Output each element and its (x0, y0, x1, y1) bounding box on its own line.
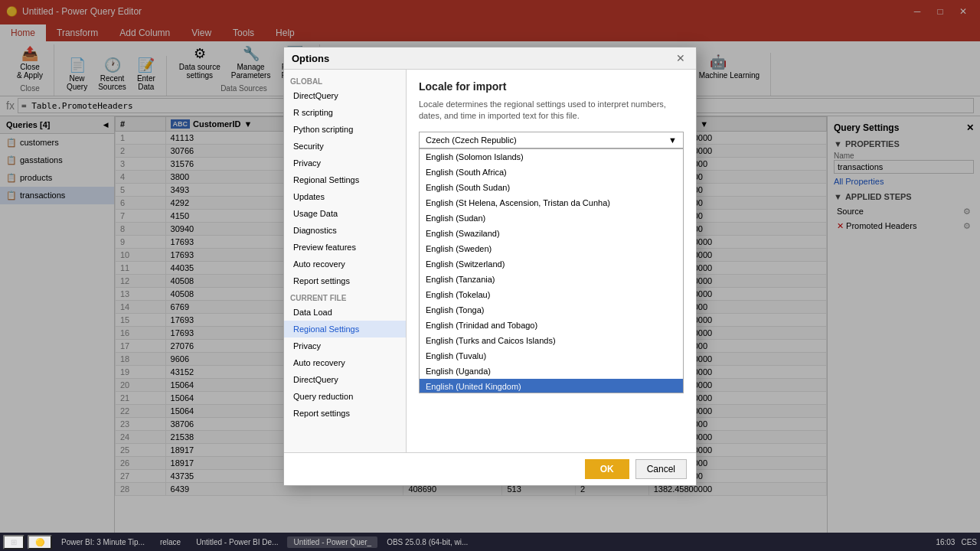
locale-select-display[interactable]: Czech (Czech Republic) ▼ (419, 132, 684, 148)
taskbar: ⊞ 🟡 Power BI: 3 Minute Tip... relace Unt… (0, 533, 980, 551)
taskbar-date-label: CES (961, 538, 977, 546)
modal-item-preview-features[interactable]: Preview features (284, 239, 406, 256)
locale-list-item[interactable]: English (Swaziland) (420, 226, 683, 241)
locale-selected-value: Czech (Czech Republic) (426, 135, 517, 145)
modal-item-auto-recovery-current[interactable]: Auto recovery (284, 354, 406, 371)
locale-list-item[interactable]: English (Turks and Caicos Islands) (420, 333, 683, 348)
modal-item-diagnostics[interactable]: Diagnostics (284, 222, 406, 239)
modal-body: GLOBAL DirectQuery R scripting Python sc… (284, 70, 696, 452)
modal-item-r-scripting[interactable]: R scripting (284, 104, 406, 121)
modal-item-query-reduction[interactable]: Query reduction (284, 388, 406, 405)
locale-description: Locale determines the regional settings … (419, 99, 684, 122)
modal-item-security-global[interactable]: Security (284, 138, 406, 155)
taskbar-item-powerbi-tip[interactable]: Power BI: 3 Minute Tip... (55, 536, 151, 548)
modal-title: Options (292, 53, 329, 64)
current-file-section-label: CURRENT FILE (284, 289, 406, 304)
modal-item-privacy-global[interactable]: Privacy (284, 155, 406, 171)
locale-list-item[interactable]: English (Tokelau) (420, 287, 683, 302)
locale-list-item[interactable]: English (Tuvalu) (420, 348, 683, 364)
start-button[interactable]: ⊞ (3, 535, 24, 549)
locale-dropdown-arrow: ▼ (668, 135, 677, 145)
modal-item-regional-current[interactable]: Regional Settings (284, 321, 406, 337)
global-section-label: GLOBAL (284, 73, 406, 87)
modal-footer: OK Cancel (284, 452, 696, 485)
locale-list-item[interactable]: English (Uganda) (420, 364, 683, 379)
taskbar-icon-power-bi[interactable]: 🟡 (28, 535, 52, 549)
taskbar-item-relace[interactable]: relace (154, 536, 187, 548)
locale-list-item[interactable]: English (Tanzania) (420, 272, 683, 287)
taskbar-item-power-query[interactable]: Untitled - Power Quer_ (287, 536, 377, 548)
modal-item-python-scripting[interactable]: Python scripting (284, 121, 406, 138)
modal-title-bar: Options ✕ (284, 47, 696, 70)
ok-button[interactable]: OK (585, 459, 629, 479)
locale-list-item[interactable]: English (Trinidad and Tobago) (420, 318, 683, 333)
modal-right-content: Locale for import Locale determines the … (407, 70, 696, 452)
modal-item-regional-global[interactable]: Regional Settings (284, 171, 406, 188)
locale-list-item[interactable]: English (Sweden) (420, 241, 683, 256)
cancel-button[interactable]: Cancel (635, 459, 687, 479)
taskbar-time: 16:03 (936, 538, 955, 546)
locale-list-item[interactable]: English (Solomon Islands) (420, 149, 683, 165)
locale-section-title: Locale for import (419, 80, 684, 93)
modal-overlay[interactable]: Options ✕ GLOBAL DirectQuery R scripting… (0, 0, 980, 533)
taskbar-item-powerbi-desktop[interactable]: Untitled - Power BI De... (190, 536, 284, 548)
modal-left-nav: GLOBAL DirectQuery R scripting Python sc… (284, 70, 407, 452)
locale-list-item[interactable]: English (St Helena, Ascension, Tristan d… (420, 195, 683, 210)
locale-list-item[interactable]: English (Sudan) (420, 210, 683, 226)
locale-list-item[interactable]: English (Tonga) (420, 302, 683, 318)
taskbar-item-obs[interactable]: OBS 25.0.8 (64-bit, wi... (381, 536, 474, 548)
locale-select-container: Czech (Czech Republic) ▼ English (Solomo… (419, 132, 684, 393)
modal-item-data-load[interactable]: Data Load (284, 304, 406, 321)
modal-close-button[interactable]: ✕ (673, 52, 688, 64)
modal-item-directquery-global[interactable]: DirectQuery (284, 87, 406, 104)
modal-item-report-settings-current[interactable]: Report settings (284, 405, 406, 422)
modal-item-updates[interactable]: Updates (284, 188, 406, 205)
locale-dropdown: English (Solomon Islands)English (South … (419, 148, 684, 393)
options-modal: Options ✕ GLOBAL DirectQuery R scripting… (283, 47, 697, 486)
modal-item-report-settings-global[interactable]: Report settings (284, 272, 406, 289)
modal-item-usage-data[interactable]: Usage Data (284, 205, 406, 222)
locale-list-item[interactable]: English (United Kingdom) (420, 379, 683, 393)
locale-list-item[interactable]: English (South Sudan) (420, 180, 683, 195)
modal-item-directquery-current[interactable]: DirectQuery (284, 371, 406, 388)
modal-item-auto-recovery-global[interactable]: Auto recovery (284, 256, 406, 272)
taskbar-right: 16:03 CES (936, 538, 977, 546)
locale-list-item[interactable]: English (Switzerland) (420, 256, 683, 272)
locale-list-item[interactable]: English (South Africa) (420, 165, 683, 180)
modal-item-privacy-current[interactable]: Privacy (284, 337, 406, 354)
